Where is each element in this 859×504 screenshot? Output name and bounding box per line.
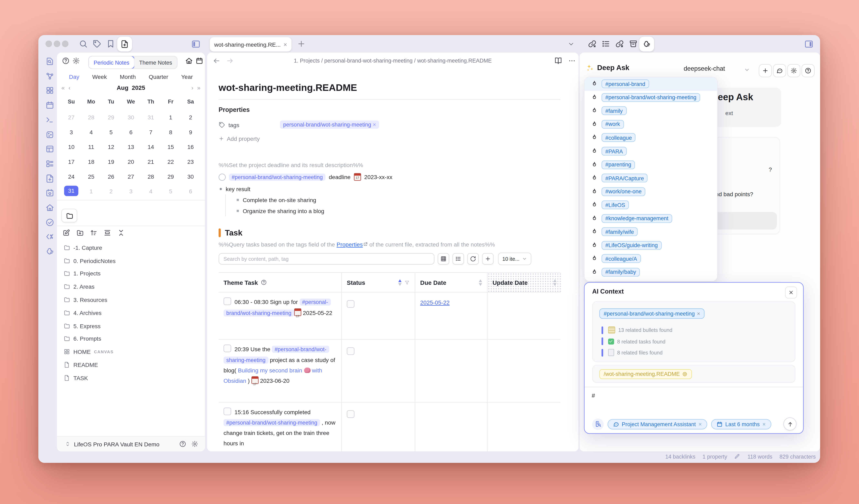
view-week[interactable]: Week	[92, 73, 107, 80]
table-view-button[interactable]	[438, 253, 449, 264]
view-year[interactable]: Year	[181, 73, 193, 80]
rail-dice-icon[interactable]	[45, 130, 54, 139]
calendar-day[interactable]: 25	[81, 173, 101, 179]
calendar-day[interactable]: 15	[161, 143, 181, 150]
calendar-day[interactable]: 3	[61, 128, 81, 135]
tag-suggestion-pill[interactable]: #PARA	[601, 147, 627, 156]
context-file-pill[interactable]: /wot-sharing-meeting.README	[600, 369, 692, 379]
calendar-day[interactable]: 31	[61, 186, 81, 196]
file-tree-item[interactable]: 0. PeriodicNotes	[57, 254, 205, 267]
task-checkbox[interactable]	[218, 173, 226, 181]
archive-icon[interactable]	[629, 40, 638, 48]
rail-code-percent-icon[interactable]	[45, 232, 54, 241]
task-checkbox[interactable]	[224, 345, 231, 352]
calendar-day[interactable]: 16	[181, 143, 200, 150]
rail-document-search-icon[interactable]	[45, 57, 54, 66]
calendar-day[interactable]: 10	[61, 143, 81, 150]
new-note-icon[interactable]	[63, 229, 70, 237]
tag-suggestion-item[interactable]: #family	[585, 104, 717, 118]
home-icon[interactable]	[185, 57, 193, 65]
tag-suggestion-item[interactable]: #work/one-one	[585, 185, 717, 198]
calendar-day[interactable]: 30	[121, 114, 141, 120]
sort-icon[interactable]	[90, 229, 97, 237]
new-chat-button[interactable]	[759, 64, 772, 77]
filter-icon[interactable]	[404, 280, 410, 285]
context-tag-pill[interactable]: #personal-brand/wot-sharing-meeting×	[600, 308, 705, 319]
tag-suggestion-pill[interactable]: #LifeOS	[601, 201, 629, 210]
send-button[interactable]	[783, 417, 797, 431]
rail-calendar-heart-icon[interactable]	[45, 189, 54, 197]
inline-tag[interactable]: #personal-brand/wot-sharing-meeting	[224, 419, 320, 426]
view-day[interactable]: Day	[69, 73, 79, 80]
ai-context-close-button[interactable]	[785, 287, 797, 299]
tag-suggestion-pill[interactable]: #personal-brand	[601, 80, 649, 88]
calendar-day[interactable]: 29	[161, 173, 181, 179]
calendar-day[interactable]: 30	[181, 173, 200, 179]
file-tree-item[interactable]: 4. Archives	[57, 306, 205, 319]
rail-file-plus-icon[interactable]	[45, 174, 54, 183]
search-icon[interactable]	[79, 40, 88, 48]
note-tag-pill[interactable]: personal-brand/wot-sharing-meeting×	[280, 121, 379, 129]
tag-suggestion-pill[interactable]: #work/one-one	[601, 187, 646, 196]
calendar-day[interactable]: 23	[181, 158, 200, 165]
next-year-icon[interactable]: »	[197, 84, 200, 91]
tag-suggestion-pill[interactable]: #colleague	[601, 134, 636, 142]
traffic-light-close[interactable]	[45, 41, 52, 47]
calendar-day[interactable]: 24	[61, 173, 81, 179]
tag-suggestion-pill[interactable]: #colleague/A	[601, 255, 641, 263]
rail-layout-icon[interactable]	[45, 144, 54, 153]
tag-suggestion-item[interactable]: #knowledge-management	[585, 212, 717, 225]
question-fragment-b[interactable]: nd bad points?	[715, 191, 753, 197]
tag-suggestion-pill[interactable]: #personal-brand/wot-sharing-meeting	[601, 93, 700, 102]
calendar-day[interactable]: 4	[81, 128, 101, 135]
tag-suggestion-item[interactable]: #LifeOS/guide-writing	[585, 239, 717, 252]
sort-arrows[interactable]	[479, 279, 482, 286]
forward-icon[interactable]	[226, 57, 234, 65]
deep-ask-help-button[interactable]	[801, 64, 815, 77]
calendar-day[interactable]: 6	[181, 188, 200, 194]
back-icon[interactable]	[212, 57, 220, 65]
calendar-icon[interactable]	[196, 57, 204, 65]
calendar-day[interactable]: 31	[141, 114, 161, 120]
rail-home-icon[interactable]	[45, 203, 54, 212]
bookmark-icon[interactable]	[106, 40, 115, 48]
deep-ask-toggle-button[interactable]	[639, 37, 654, 51]
tag-suggestion-item[interactable]: #family/wife	[585, 225, 717, 239]
column-header-theme-task[interactable]: Theme Task	[218, 273, 341, 292]
inline-tag[interactable]: #personal-brand/wot-sharing-meeting	[229, 173, 326, 181]
calendar-day[interactable]: 12	[101, 143, 121, 150]
file-tree-item[interactable]: 2. Areas	[57, 280, 205, 293]
properties-link[interactable]: Properties	[336, 241, 368, 247]
view-month[interactable]: Month	[120, 73, 136, 80]
tab-periodic-notes[interactable]: Periodic Notes	[88, 56, 135, 69]
traffic-light-zoom[interactable]	[62, 41, 69, 47]
tag-suggestion-pill[interactable]: #LifeOS/guide-writing	[601, 241, 662, 250]
file-tree-item[interactable]: TASK	[57, 371, 205, 384]
file-tree-item[interactable]: 5. Express	[57, 319, 205, 332]
calendar-day[interactable]: 19	[101, 158, 121, 165]
reading-view-icon[interactable]	[554, 57, 562, 65]
vault-settings-icon[interactable]	[191, 440, 198, 447]
prompt-input[interactable]: #	[592, 392, 595, 399]
task-checkbox[interactable]	[224, 408, 231, 415]
outgoing-links-icon[interactable]	[588, 40, 597, 48]
tab-wot-sharing-meeting[interactable]: wot-sharing-meeting.RE... ×	[210, 37, 291, 51]
file-tree-item[interactable]: -1. Capture	[57, 241, 205, 254]
items-per-page-select[interactable]: 10 ite...	[498, 253, 531, 265]
tag-suggestion-pill[interactable]: #family	[601, 107, 627, 115]
collapse-panel-icon[interactable]	[104, 229, 111, 237]
context-search-button[interactable]	[592, 418, 604, 430]
file-tree-item[interactable]: HOMECANVAS	[57, 345, 205, 358]
breadcrumb[interactable]: 1. Projects / personal-brand-wot-sharing…	[251, 58, 534, 64]
remove-time-range-icon[interactable]: ×	[763, 421, 766, 427]
file-tree-item[interactable]: README	[57, 358, 205, 371]
tag-suggestion-pill[interactable]: #family/wife	[601, 228, 638, 236]
task-search-input[interactable]	[218, 253, 434, 264]
rail-cards-icon[interactable]	[45, 159, 54, 168]
traffic-light-minimize[interactable]	[54, 41, 60, 47]
tag-suggestion-item[interactable]: #personal-brand/wot-sharing-meeting	[585, 91, 717, 104]
file-tree-item[interactable]: 6. Prompts	[57, 332, 205, 345]
remove-assistant-icon[interactable]: ×	[698, 421, 702, 427]
remove-tag-icon[interactable]: ×	[373, 122, 376, 128]
tag-suggestion-item[interactable]: #colleague/A	[585, 252, 717, 265]
